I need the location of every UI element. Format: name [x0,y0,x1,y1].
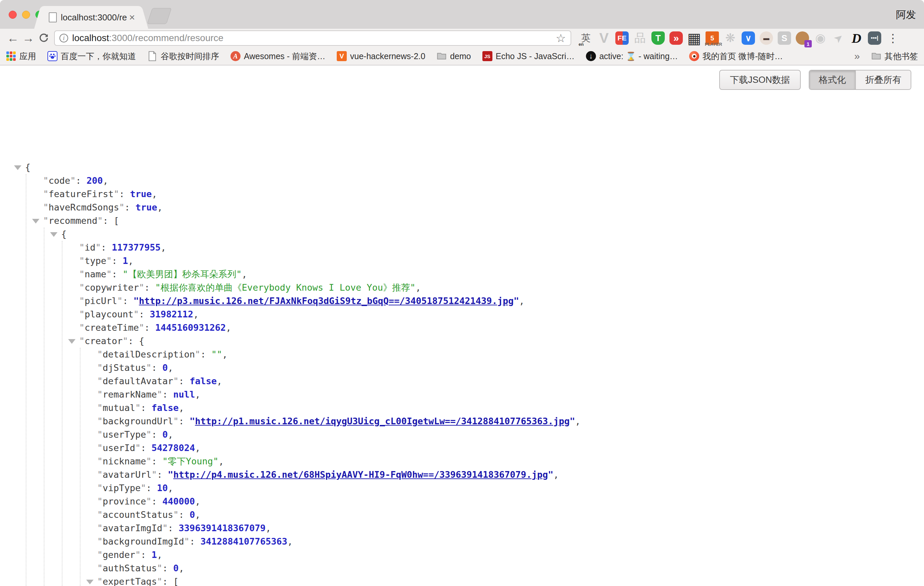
tab-close-icon[interactable]: × [129,12,135,22]
bookmark-label: Echo JS - JavaScri… [496,51,574,61]
echojs-icon: JS [482,51,492,61]
reload-icon [38,32,50,44]
json-line: "gender": 1, [0,548,924,561]
reload-button[interactable] [36,30,51,46]
json-url-link[interactable]: http://p3.music.126.net/FJAxNkFoq3dGiS9t… [139,295,514,306]
profile-name[interactable]: 阿发 [896,8,916,22]
bookmark-item[interactable]: 我的首页 微博-随时… [689,51,783,62]
json-line: "authStatus": 0, [0,561,924,575]
json-line: "creator": { [0,334,924,348]
json-line: "remarkName": null, [0,388,924,401]
qr-code-icon[interactable]: ▦ [686,30,702,46]
translate-icon[interactable]: 英en [578,30,594,46]
bookmark-item[interactable]: ↓active: ⌛ - waiting… [586,51,678,61]
other-bookmarks-folder[interactable]: 其他书签 [871,51,918,62]
collapse-toggle-icon[interactable] [14,165,21,170]
extensions-row: 英enVFE品T»▦5PLAYER❋∨▬S1◉➤D•••| [578,30,883,46]
window-titlebar: localhost:3000/recommend/re × 阿发 [0,0,924,29]
download-json-button[interactable]: 下载JSON数据 [719,70,801,90]
back-button[interactable]: ← [5,30,21,46]
json-url-link[interactable]: http://p4.music.126.net/68HSpiyAAVY-HI9-… [173,469,548,480]
download-circle-icon: ↓ [586,51,596,61]
bookmark-label: 谷歌按时间排序 [161,51,219,62]
other-bookmarks-label: 其他书签 [884,51,918,62]
bookmark-item[interactable]: AAwesomes - 前端资… [231,51,325,62]
bookmark-item[interactable]: JSEcho JS - JavaScri… [482,51,574,61]
bookmarks-overflow-icon[interactable]: » [854,50,860,62]
weibo-gray-icon[interactable]: ◉ [812,30,828,46]
sitemap-icon[interactable]: 品 [632,30,648,46]
bookmark-item[interactable]: 应用 [6,51,36,62]
json-line: "id": 117377955, [0,241,924,254]
format-button[interactable]: 格式化 [809,71,855,89]
json-line: "playcount": 31982112, [0,308,924,321]
json-url-link[interactable]: http://p1.music.126.net/iqygU3Uicg_cL00I… [195,416,570,426]
json-line: "userId": 54278024, [0,441,924,455]
json-line: "userType": 0, [0,428,924,441]
bookmark-item[interactable]: 百度一下，你就知道 [48,51,136,62]
fast-forward-icon[interactable]: » [668,30,684,46]
page-info-icon[interactable]: i [59,34,68,43]
collapse-toggle-icon[interactable] [86,579,94,584]
json-line: "avatarUrl": "http://p4.music.126.net/68… [0,468,924,482]
browser-tab[interactable]: localhost:3000/recommend/re × [43,6,140,29]
bookmark-label: demo [450,51,471,61]
json-line: "code": 200, [0,174,924,187]
scope-guide-line [62,241,63,586]
bookmark-label: Awesomes - 前端资… [244,51,325,62]
shield-t-icon[interactable]: T [650,30,666,46]
password-dots-icon[interactable]: •••| [866,30,883,46]
awesomes-icon: A [231,51,241,61]
json-line: "recommend": [ [0,214,924,228]
json-line: "name": "【欧美男团】秒杀耳朵系列", [0,267,924,281]
hummingbird-icon[interactable]: ➤ [830,30,846,46]
browser-toolbar: ← → i localhost:3000/recommend/resource … [0,29,924,48]
collapse-all-button[interactable]: 折叠所有 [855,71,911,89]
vue-icon: V [337,51,347,61]
tampermonkey-icon[interactable]: 1 [794,30,810,46]
page-favicon-icon [49,12,57,22]
bookmark-star-icon[interactable]: ☆ [556,31,566,45]
scope-guide-line [80,348,81,586]
json-line: "createTime": 1445160931262, [0,321,924,334]
bookmark-label: vue-hackernews-2.0 [350,51,425,61]
collapse-toggle-icon[interactable] [32,219,40,223]
bookmark-label: 我的首页 微博-随时… [703,51,783,62]
blue-shield-check-icon[interactable]: ∨ [740,30,756,46]
page-content: 下载JSON数据 格式化 折叠所有 {"code": 200,"featureF… [0,66,924,585]
bookmark-label: active: ⌛ - waiting… [599,51,678,61]
minimize-window-button[interactable] [22,11,30,19]
json-line: "avatarImgId": 3396391418367079, [0,522,924,535]
json-actions: 下载JSON数据 格式化 折叠所有 [719,70,911,90]
new-tab-button[interactable] [147,8,172,24]
close-window-button[interactable] [9,11,17,19]
address-bar[interactable]: i localhost:3000/recommend/resource ☆ [54,30,571,46]
view-mode-toggle: 格式化 折叠所有 [809,70,911,90]
bookmark-item[interactable]: demo [437,51,471,61]
s-icon[interactable]: S [776,30,792,46]
bookmark-item[interactable]: Vvue-hackernews-2.0 [337,51,425,61]
vue-devtools-icon[interactable]: V [596,30,612,46]
page-icon [147,51,157,61]
fehelper-icon[interactable]: FE [614,30,630,46]
weibo-icon [689,51,699,61]
html5-player-icon[interactable]: 5PLAYER [704,30,720,46]
json-line: "haveRcmdSongs": true, [0,201,924,214]
forward-button[interactable]: → [21,30,36,46]
scope-guide-line [44,228,45,586]
json-line: "backgroundImgId": 3412884107765363, [0,535,924,548]
json-line: "type": 1, [0,254,924,267]
json-line: "copywriter": "根据你喜欢的单曲《Everybody Knows … [0,281,924,294]
url-text[interactable]: localhost:3000/recommend/resource [72,33,553,43]
bookmarks-bar: 应用百度一下，你就知道谷歌按时间排序AAwesomes - 前端资…Vvue-h… [0,48,924,66]
paw-icon[interactable]: ❋ [722,30,738,46]
json-line: "mutual": false, [0,401,924,414]
collapse-toggle-icon[interactable] [68,339,76,344]
bookmark-item[interactable]: 谷歌按时间排序 [147,51,219,62]
json-line: "backgroundUrl": "http://p1.music.126.ne… [0,414,924,428]
devdocs-d-icon[interactable]: D [848,30,865,46]
collapse-toggle-icon[interactable] [50,232,58,237]
bookmark-label: 百度一下，你就知道 [61,51,136,62]
browser-menu-icon[interactable]: ⋮ [887,31,899,45]
mask-icon[interactable]: ▬ [758,30,774,46]
